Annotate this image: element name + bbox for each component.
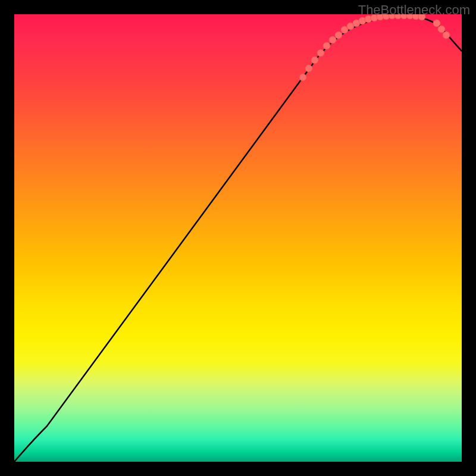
curve-svg	[14, 14, 462, 462]
data-point	[433, 20, 440, 27]
data-point	[311, 57, 318, 64]
data-point	[335, 32, 342, 39]
data-point	[443, 32, 450, 39]
watermark-text: TheBottleneck.com	[358, 2, 470, 18]
data-point	[317, 49, 324, 57]
chart-container: TheBottleneck.com	[0, 0, 476, 476]
plot-area	[14, 14, 462, 462]
bottleneck-curve	[14, 15, 462, 462]
data-point	[438, 26, 445, 33]
highlight-dots-ascent	[433, 20, 450, 39]
data-point	[329, 36, 336, 43]
data-point	[305, 65, 312, 72]
data-point	[299, 74, 306, 81]
data-point	[323, 42, 330, 49]
